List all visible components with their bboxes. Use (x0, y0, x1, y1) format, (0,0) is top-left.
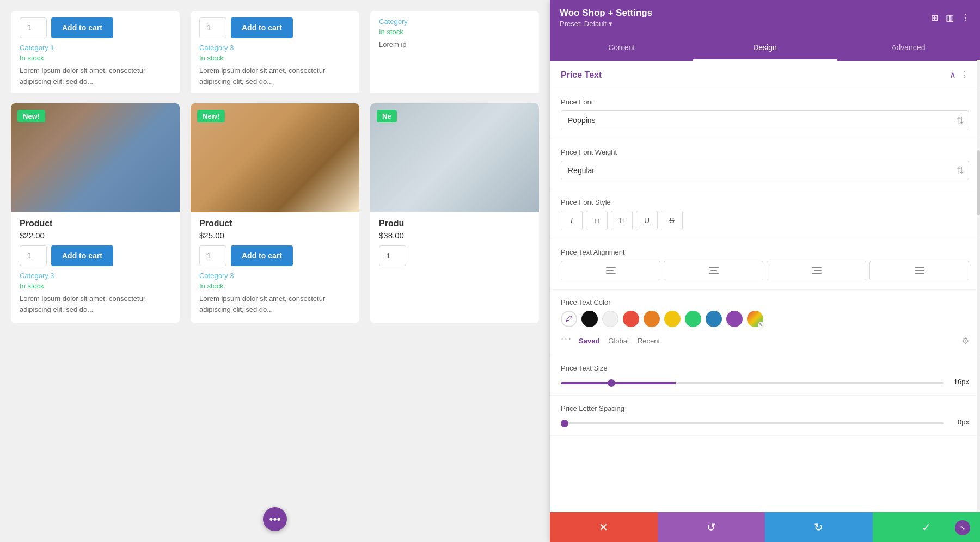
price-letter-spacing-slider[interactable] (561, 422, 944, 424)
floating-menu-button[interactable]: ••• (263, 507, 287, 531)
undo-button[interactable]: ↺ (658, 512, 765, 542)
color-picker-swatch[interactable]: 🖍 (561, 311, 577, 327)
qty-input-2[interactable] (199, 245, 226, 266)
add-to-cart-1[interactable]: Add to cart (51, 245, 113, 266)
top-card-3: Category In stock Lorem ip (370, 11, 539, 93)
product-actions-3 (379, 245, 530, 266)
align-justify-btn[interactable] (869, 261, 969, 280)
price-text-color-label: Price Text Color (561, 298, 969, 306)
font-style-smallcaps-btn[interactable]: Tt (611, 211, 633, 230)
color-blue-swatch[interactable] (706, 311, 722, 327)
color-black-swatch[interactable] (581, 311, 598, 327)
section-collapse-icon[interactable]: ∧ (950, 70, 956, 80)
color-green-swatch[interactable] (685, 311, 701, 327)
price-font-select[interactable]: Poppins Roboto Open Sans (561, 110, 969, 130)
panel-header: Woo Shop + Settings Preset: Default ▾ ⊞ … (550, 0, 980, 35)
top-card-2: Add to cart Category 3 In stock Lorem ip… (191, 11, 359, 93)
price-text-size-section: Price Text Size 16px (550, 355, 980, 396)
tab-content[interactable]: Content (550, 35, 693, 61)
product-name-3: Produ (379, 219, 530, 229)
resize-handle[interactable]: ⤡ (955, 520, 970, 535)
qty-input-3[interactable] (379, 245, 406, 266)
color-more-dots[interactable]: ··· (561, 333, 572, 344)
product-desc-1: Lorem ipsum dolor sit amet, consectetur … (20, 293, 171, 315)
preset-chevron-icon: ▾ (609, 20, 612, 28)
font-style-row: I TT Tt U S (561, 211, 969, 230)
product-category-top-1: Category 1 (20, 44, 171, 52)
color-red-swatch[interactable] (623, 311, 639, 327)
qty-input-1[interactable] (20, 245, 47, 266)
price-font-weight-select[interactable]: Regular Bold Light Semi Bold (561, 161, 969, 180)
fullscreen-icon[interactable]: ⊞ (931, 13, 938, 23)
price-font-select-wrapper: Poppins Roboto Open Sans ⇅ (561, 110, 969, 130)
product-price-3: $38.00 (379, 231, 530, 240)
price-text-alignment-group: Price Text Alignment (550, 239, 980, 290)
cancel-button[interactable]: ✕ (550, 512, 658, 542)
product-category-top-2: Category 3 (199, 44, 351, 52)
top-card-1: Add to cart Category 1 In stock Lorem ip… (11, 11, 180, 93)
alignment-row (561, 261, 969, 280)
more-options-icon[interactable]: ⋮ (961, 13, 970, 23)
color-white-swatch[interactable] (602, 311, 618, 327)
font-style-italic-btn[interactable]: I (561, 211, 583, 230)
tab-advanced-label: Advanced (891, 43, 925, 52)
product-info-1: Product $22.00 Add to cart Category 3 In… (11, 212, 180, 315)
tab-advanced[interactable]: Advanced (837, 35, 980, 61)
resize-icon: ⤡ (960, 524, 965, 532)
price-text-size-slider-container (561, 377, 944, 386)
price-font-weight-label: Price Font Weight (561, 148, 969, 156)
font-style-strikethrough-btn[interactable]: S (661, 211, 683, 230)
product-actions-2: Add to cart (199, 245, 351, 266)
panel-preset: Preset: Default ▾ (560, 20, 652, 28)
color-tab-saved[interactable]: Saved (579, 337, 599, 345)
product-image-container-2: New! (191, 103, 359, 212)
add-to-cart-2[interactable]: Add to cart (231, 245, 293, 266)
font-style-underline-btn[interactable]: U (636, 211, 658, 230)
top-row-partial: Add to cart Category 1 In stock Lorem ip… (11, 11, 539, 93)
color-yellow-swatch[interactable] (664, 311, 681, 327)
color-tab-recent[interactable]: Recent (638, 337, 660, 345)
tab-content-label: Content (608, 43, 635, 52)
price-letter-spacing-slider-container (561, 417, 944, 427)
redo-button[interactable]: ↻ (765, 512, 873, 542)
preset-text: Preset: Default (560, 20, 607, 28)
align-center-btn[interactable] (664, 261, 763, 280)
section-menu-icon[interactable]: ⋮ (960, 70, 969, 80)
align-justify-icon (915, 267, 924, 274)
align-right-btn[interactable] (767, 261, 866, 280)
price-text-size-slider[interactable] (561, 382, 944, 384)
color-orange-swatch[interactable] (644, 311, 660, 327)
product-name-2: Product (199, 219, 351, 229)
main-content: Add to cart Category 1 In stock Lorem ip… (0, 0, 550, 542)
add-to-cart-top-1[interactable]: Add to cart (51, 17, 113, 38)
align-left-btn[interactable] (561, 261, 660, 280)
product-image-container-3: Ne (370, 103, 539, 212)
scrollbar-thumb[interactable] (977, 150, 980, 215)
tab-design[interactable]: Design (693, 35, 836, 61)
color-purple-swatch[interactable] (726, 311, 743, 327)
product-stock-top-1: In stock (20, 54, 171, 62)
price-letter-spacing-section: Price Letter Spacing 0px (550, 396, 980, 436)
align-left-icon (606, 267, 616, 274)
product-desc-top-1: Lorem ipsum dolor sit amet, consectetur … (20, 65, 171, 87)
product-card-2: New! Product $25.00 Add to cart Category… (191, 103, 359, 323)
price-text-alignment-label: Price Text Alignment (561, 248, 969, 256)
price-letter-spacing-row: 0px (561, 417, 969, 427)
color-tab-global[interactable]: Global (608, 337, 629, 345)
product-actions-1: Add to cart (20, 245, 171, 266)
panel-header-icons: ⊞ ▥ ⋮ (931, 13, 970, 23)
badge-new-1: New! (17, 110, 45, 122)
products-grid: New! Product $22.00 Add to cart Category… (11, 103, 539, 323)
color-gradient-swatch[interactable]: ✎ (747, 311, 763, 327)
section-title-price-text: Price Text (561, 70, 602, 80)
add-to-cart-top-2[interactable]: Add to cart (231, 17, 293, 38)
columns-icon[interactable]: ▥ (946, 13, 954, 23)
price-letter-spacing-value: 0px (950, 418, 969, 426)
price-font-weight-select-wrapper: Regular Bold Light Semi Bold ⇅ (561, 161, 969, 180)
qty-input-top-2[interactable] (199, 17, 226, 38)
product-stock-2: In stock (199, 282, 351, 290)
product-stock-top-2: In stock (199, 54, 351, 62)
font-style-allcaps-btn[interactable]: TT (586, 211, 608, 230)
qty-input-top-1[interactable] (20, 17, 47, 38)
color-settings-icon[interactable]: ⚙ (961, 336, 969, 346)
